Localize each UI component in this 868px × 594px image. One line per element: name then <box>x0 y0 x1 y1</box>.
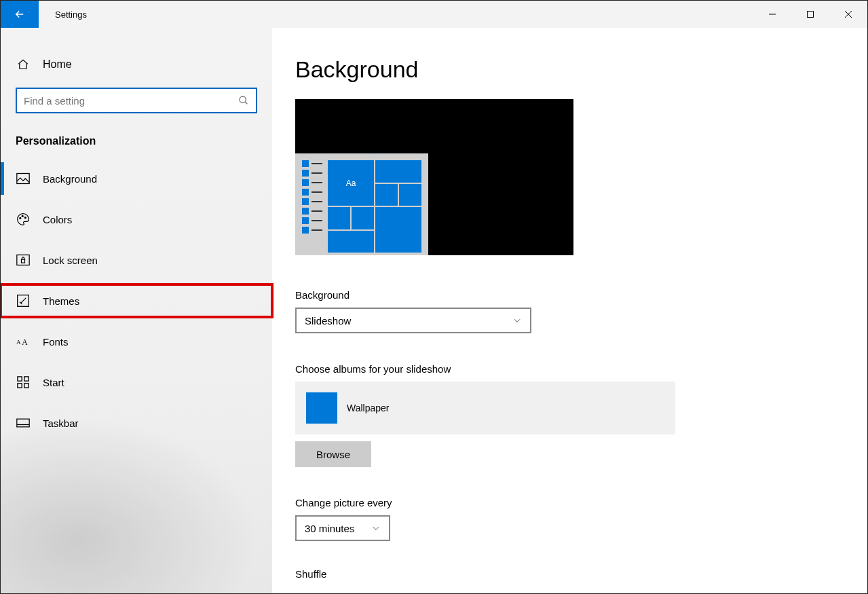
sidebar-home[interactable]: Home <box>1 48 272 81</box>
sidebar-item-start[interactable]: Start <box>1 366 272 398</box>
svg-point-9 <box>24 217 26 219</box>
sidebar-item-taskbar[interactable]: Taskbar <box>1 407 272 439</box>
svg-rect-18 <box>24 384 29 388</box>
svg-rect-1 <box>808 12 814 18</box>
close-icon <box>844 10 852 18</box>
preview-start-menu: Aa <box>295 153 428 255</box>
change-interval-select[interactable]: 30 minutes <box>295 515 390 541</box>
svg-point-8 <box>22 215 23 217</box>
background-select-value: Slideshow <box>305 315 351 327</box>
sidebar-item-label: Taskbar <box>43 417 79 429</box>
svg-rect-11 <box>22 259 25 263</box>
sidebar-item-label: Background <box>43 173 97 185</box>
preview-tiles: Aa <box>328 160 421 253</box>
desktop-preview: Aa <box>295 99 573 255</box>
sidebar-item-colors[interactable]: Colors <box>1 203 272 236</box>
taskbar-icon <box>16 415 31 430</box>
chevron-down-icon <box>371 523 381 533</box>
background-select[interactable]: Slideshow <box>295 308 531 333</box>
sidebar-home-label: Home <box>43 58 72 71</box>
themes-icon <box>16 293 31 308</box>
search-icon <box>238 95 249 106</box>
browse-button[interactable]: Browse <box>295 441 371 467</box>
album-item[interactable]: Wallpaper <box>295 382 675 434</box>
sidebar-section-header: Personalization <box>1 126 272 162</box>
album-name: Wallpaper <box>347 403 390 413</box>
svg-rect-17 <box>18 384 22 388</box>
window-controls <box>753 1 867 28</box>
svg-text:A: A <box>22 338 28 347</box>
chevron-down-icon <box>512 316 522 325</box>
app-title: Settings <box>39 1 753 28</box>
sidebar-item-label: Lock screen <box>43 255 98 266</box>
sidebar: Home Personalization Background Colors <box>1 28 272 593</box>
search-input[interactable] <box>16 88 257 113</box>
svg-rect-6 <box>17 174 29 184</box>
sidebar-item-fonts[interactable]: AA Fonts <box>1 325 272 358</box>
lock-screen-icon <box>16 253 31 267</box>
shuffle-label: Shuffle <box>295 568 844 580</box>
picture-icon <box>16 171 31 186</box>
sample-text-tile: Aa <box>328 160 374 206</box>
page-title: Background <box>295 56 844 83</box>
svg-point-4 <box>240 96 246 103</box>
album-thumbnail <box>306 392 337 424</box>
sidebar-item-label: Themes <box>43 295 79 307</box>
svg-rect-15 <box>18 377 22 381</box>
albums-label: Choose albums for your slideshow <box>295 363 844 375</box>
background-label: Background <box>295 289 844 301</box>
sidebar-item-themes[interactable]: Themes <box>1 284 272 317</box>
svg-line-5 <box>245 102 247 104</box>
svg-text:A: A <box>16 339 21 346</box>
preview-list <box>302 160 322 253</box>
svg-point-7 <box>20 217 21 219</box>
search-wrap <box>16 88 257 113</box>
close-button[interactable] <box>829 1 867 28</box>
svg-rect-19 <box>17 419 29 427</box>
sidebar-item-label: Fonts <box>43 336 69 348</box>
sidebar-item-label: Start <box>43 377 64 388</box>
svg-rect-10 <box>17 255 29 265</box>
sidebar-item-label: Colors <box>43 214 72 225</box>
palette-icon <box>16 212 31 227</box>
maximize-icon <box>806 10 814 18</box>
back-button[interactable] <box>1 1 39 28</box>
sidebar-item-background[interactable]: Background <box>1 162 272 195</box>
change-interval-value: 30 minutes <box>305 523 354 534</box>
arrow-left-icon <box>14 8 26 20</box>
home-icon <box>16 57 31 72</box>
maximize-button[interactable] <box>791 1 829 28</box>
minimize-icon <box>768 10 776 18</box>
titlebar: Settings <box>1 1 867 28</box>
shadow-decoration <box>1 417 259 593</box>
fonts-icon: AA <box>16 334 31 349</box>
change-interval-label: Change picture every <box>295 497 844 508</box>
svg-rect-16 <box>24 377 29 381</box>
minimize-button[interactable] <box>753 1 791 28</box>
main-content: Background Aa <box>272 28 867 593</box>
sidebar-item-lockscreen[interactable]: Lock screen <box>1 244 272 276</box>
start-icon <box>16 375 31 390</box>
